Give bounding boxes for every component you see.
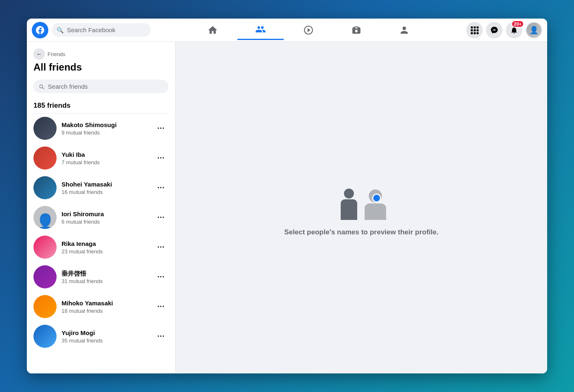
svg-rect-0 <box>471 26 473 28</box>
friend-avatar <box>33 117 57 140</box>
nav-profile-button[interactable] <box>381 20 427 40</box>
friend-list-item[interactable]: Yuki Iba 7 mutual friends ··· <box>27 143 175 173</box>
friend-avatar <box>33 265 57 288</box>
friend-mutual: 16 mutual friends <box>62 189 149 195</box>
friend-mutual: 31 mutual friends <box>62 278 149 284</box>
avatar-placeholder: 👤 <box>33 206 57 229</box>
friends-breadcrumb: Friends <box>47 51 65 57</box>
avatar-initial <box>33 176 57 199</box>
more-options-button[interactable]: ··· <box>154 210 168 225</box>
friend-mutual: 35 mutual friends <box>62 338 149 344</box>
search-placeholder-text: Search Facebook <box>67 26 116 33</box>
more-options-button[interactable]: ··· <box>154 269 168 284</box>
avatar-initial <box>33 236 57 259</box>
friend-info: Makoto Shimosugi 9 mutual friends <box>62 121 149 136</box>
friend-info: Iori Shiromura 6 mutual friends <box>62 210 149 225</box>
friend-list-item[interactable]: 垂井啓悟 31 mutual friends ··· <box>27 262 175 292</box>
svg-rect-5 <box>477 29 479 31</box>
friend-list-item[interactable]: Mihoko Yamasaki 18 mutual friends ··· <box>27 292 175 321</box>
friend-mutual: 7 mutual friends <box>62 159 149 165</box>
browser-window: 🔍 Search Facebook <box>27 19 547 373</box>
svg-rect-8 <box>477 32 479 34</box>
friend-list-item[interactable]: Makoto Shimosugi 9 mutual friends ··· <box>27 113 175 143</box>
avatar-initial <box>33 325 57 348</box>
user-avatar[interactable]: 👤 <box>526 22 542 38</box>
avatar-image: 👤 <box>527 23 541 38</box>
avatar-initial <box>33 117 57 140</box>
svg-rect-6 <box>471 32 473 34</box>
friend-avatar <box>33 146 57 170</box>
search-icon: 🔍 <box>57 27 64 33</box>
notification-badge: 20+ <box>511 20 524 28</box>
friend-name: Yuki Iba <box>62 151 149 159</box>
friend-list-item[interactable]: Shohei Yamasaki 16 mutual friends ··· <box>27 173 175 203</box>
friend-name: Mihoko Yamasaki <box>62 299 149 307</box>
friend-name: Rika Ienaga <box>62 240 149 248</box>
friend-avatar <box>33 295 57 318</box>
person-front-icon <box>341 189 357 220</box>
more-options-button[interactable]: ··· <box>154 329 168 344</box>
sidebar-header: ← Friends All friends <box>27 42 175 76</box>
person-front-body <box>341 199 357 220</box>
friend-avatar <box>33 325 57 348</box>
friend-name: Shohei Yamasaki <box>62 180 149 189</box>
friend-info: Rika Ienaga 23 mutual friends <box>62 240 149 255</box>
nav-friends-button[interactable] <box>237 20 284 40</box>
friends-count: 185 friends <box>27 98 175 113</box>
nav-watch-button[interactable] <box>285 20 332 40</box>
friend-mutual: 23 mutual friends <box>62 248 149 255</box>
friend-info: 垂井啓悟 31 mutual friends <box>62 269 149 285</box>
avatar-initial <box>33 265 57 288</box>
more-options-button[interactable]: ··· <box>154 180 168 195</box>
person-icon: 👤 <box>36 214 55 229</box>
notifications-button[interactable]: 20+ <box>506 22 522 38</box>
friend-info: Yujiro Mogi 35 mutual friends <box>62 329 149 344</box>
top-nav: 🔍 Search Facebook <box>27 19 547 42</box>
svg-rect-7 <box>474 32 476 34</box>
friend-mutual: 9 mutual friends <box>62 130 149 136</box>
friend-avatar <box>33 176 57 199</box>
page-title: All friends <box>33 61 168 73</box>
friend-mutual: 18 mutual friends <box>62 308 149 314</box>
friend-info: Mihoko Yamasaki 18 mutual friends <box>62 299 149 314</box>
friends-sidebar: ← Friends All friends 185 friends Makoto… <box>27 42 176 373</box>
friend-name: Makoto Shimosugi <box>62 121 149 129</box>
avatar-initial <box>33 146 57 170</box>
friend-info: Shohei Yamasaki 16 mutual friends <box>62 180 149 196</box>
nav-right: 20+ 👤 <box>466 22 542 38</box>
friend-list-item[interactable]: Rika Ienaga 23 mutual friends ··· <box>27 232 175 262</box>
more-options-button[interactable]: ··· <box>154 151 168 165</box>
friend-name: Yujiro Mogi <box>62 329 149 337</box>
nav-home-button[interactable] <box>190 20 236 40</box>
friend-avatar <box>33 236 57 259</box>
person-front-head <box>344 189 354 198</box>
person-back-body <box>365 203 386 220</box>
friend-mutual: 6 mutual friends <box>62 219 149 225</box>
more-options-button[interactable]: ··· <box>154 121 168 136</box>
friend-name: 垂井啓悟 <box>62 269 149 278</box>
nav-marketplace-button[interactable] <box>333 20 380 40</box>
nav-icons <box>154 20 463 40</box>
friends-search-input[interactable] <box>48 83 164 90</box>
friend-name: Iori Shiromura <box>62 210 149 218</box>
back-button[interactable]: ← <box>33 48 45 60</box>
more-options-button[interactable]: ··· <box>154 240 168 255</box>
friends-search-box[interactable] <box>33 80 168 93</box>
friend-avatar: 👤 <box>33 206 57 229</box>
preview-prompt-text: Select people's names to preview their p… <box>284 228 438 236</box>
svg-rect-3 <box>471 29 473 31</box>
more-options-button[interactable]: ··· <box>154 299 168 314</box>
friend-list: Makoto Shimosugi 9 mutual friends ··· Yu… <box>27 113 175 351</box>
grid-menu-button[interactable] <box>466 22 483 38</box>
friends-blue-dot <box>372 194 381 203</box>
svg-rect-4 <box>474 29 476 31</box>
friend-list-item[interactable]: Yujiro Mogi 35 mutual friends ··· <box>27 321 175 351</box>
preview-illustration <box>337 179 386 220</box>
preview-panel: Select people's names to preview their p… <box>176 42 547 373</box>
search-bar[interactable]: 🔍 Search Facebook <box>52 23 151 37</box>
messenger-button[interactable] <box>486 22 503 38</box>
search-icon <box>38 83 45 90</box>
svg-rect-2 <box>477 26 479 28</box>
friend-list-item[interactable]: 👤 Iori Shiromura 6 mutual friends ··· <box>27 203 175 232</box>
facebook-logo[interactable] <box>32 22 48 38</box>
